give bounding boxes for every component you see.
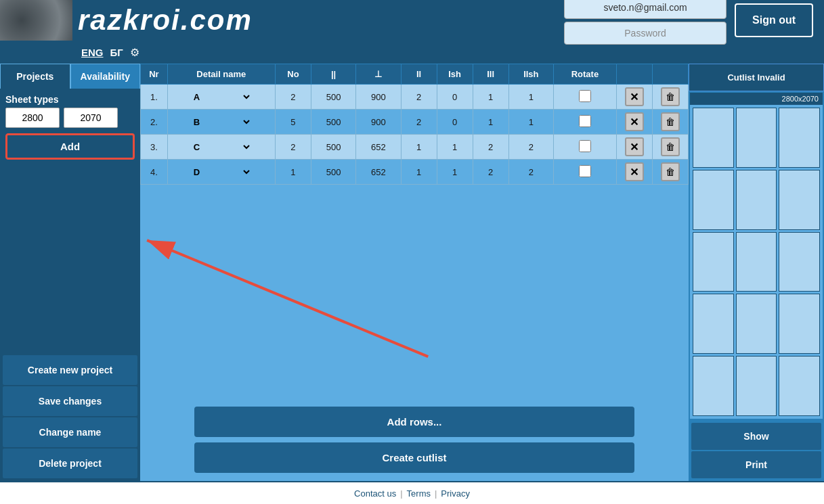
site-logo: razkroi.com <box>78 4 253 37</box>
settings-icon[interactable]: ⚙ <box>130 46 139 59</box>
svg-line-1 <box>147 240 428 357</box>
remove-icon-4[interactable]: ✕ <box>616 160 652 185</box>
table-row: 2 <box>508 160 553 185</box>
rotate-checkbox-1[interactable] <box>554 85 617 110</box>
col-parallel: || <box>311 64 355 85</box>
sheet-cell <box>693 108 734 168</box>
table-row[interactable]: D <box>167 160 275 185</box>
show-button[interactable]: Show <box>691 423 821 450</box>
table-row: 1 <box>508 110 553 135</box>
rotate-checkbox-2[interactable] <box>554 110 617 135</box>
sheet-cell <box>693 356 734 416</box>
table-row: 500 <box>311 110 355 135</box>
table-row: 1 <box>473 110 508 135</box>
col-detail-name: Detail name <box>167 64 275 85</box>
table-row: 1 <box>473 85 508 110</box>
table-row: 2 <box>401 85 437 110</box>
col-ish: Ish <box>437 64 473 85</box>
delete-icon-1[interactable]: 🗑 <box>652 85 688 110</box>
create-cutlist-button[interactable]: Create cutlist <box>194 442 634 473</box>
table-row[interactable]: C <box>167 135 275 160</box>
detail-name-select-4[interactable]: D <box>191 166 252 178</box>
table-row: 3. <box>141 135 168 160</box>
col-rotate: Rotate <box>554 64 617 85</box>
logo-background <box>0 0 72 41</box>
table-row: 2 <box>401 110 437 135</box>
remove-icon-3[interactable]: ✕ <box>616 135 652 160</box>
table-row: 900 <box>356 110 401 135</box>
rotate-checkbox-3[interactable] <box>554 135 617 160</box>
footer-sep-2: | <box>435 488 437 499</box>
table-row: 0 <box>437 85 473 110</box>
table-row: 5 <box>275 110 311 135</box>
privacy-link[interactable]: Privacy <box>441 488 470 499</box>
table-row: 2 <box>473 160 508 185</box>
table-row: 500 <box>311 160 355 185</box>
table-row: 2 <box>275 85 311 110</box>
sheet-cell <box>736 170 777 230</box>
detail-name-select-3[interactable]: C <box>191 141 252 153</box>
sheet-cell <box>779 294 820 354</box>
save-changes-button[interactable]: Save changes <box>3 386 137 416</box>
delete-icon-4[interactable]: 🗑 <box>652 160 688 185</box>
sheet-cell <box>693 170 734 230</box>
sheet-cell <box>779 232 820 292</box>
table-row: 2 <box>508 135 553 160</box>
sheet-cell <box>779 108 820 168</box>
delete-icon-2[interactable]: 🗑 <box>652 110 688 135</box>
signout-button[interactable]: Sign out <box>735 3 813 37</box>
tab-availability[interactable]: Availability <box>70 64 141 89</box>
table-row: 0 <box>437 110 473 135</box>
table-row: 2 <box>473 135 508 160</box>
table-row: 1 <box>401 160 437 185</box>
table-row: 2. <box>141 110 168 135</box>
remove-icon-2[interactable]: ✕ <box>616 110 652 135</box>
add-rows-button[interactable]: Add rows... <box>194 407 634 437</box>
footer: Contact us | Terms | Privacy <box>0 482 824 504</box>
rotate-checkbox-4[interactable] <box>554 160 617 185</box>
col-no: No <box>275 64 311 85</box>
col-action2 <box>652 64 688 85</box>
delete-icon-3[interactable]: 🗑 <box>652 135 688 160</box>
create-new-project-button[interactable]: Create new project <box>3 355 137 385</box>
table-row: 2 <box>275 135 311 160</box>
table-row: 500 <box>311 135 355 160</box>
table-row: 1 <box>437 135 473 160</box>
tab-projects[interactable]: Projects <box>0 64 70 89</box>
table-row: 4. <box>141 160 168 185</box>
table-row: 1 <box>275 160 311 185</box>
table-row: 652 <box>356 135 401 160</box>
table-row: 1 <box>401 135 437 160</box>
table-row: 500 <box>311 85 355 110</box>
col-nr: Nr <box>141 64 168 85</box>
col-action1 <box>616 64 652 85</box>
terms-link[interactable]: Terms <box>407 488 431 499</box>
sheet-types-label: Sheet types <box>5 94 135 105</box>
remove-icon-1[interactable]: ✕ <box>616 85 652 110</box>
table-row: 1 <box>437 160 473 185</box>
sheet-height-input[interactable] <box>64 108 118 128</box>
sheet-size-label: 2800x2070 <box>690 93 823 105</box>
table-row[interactable]: B <box>167 110 275 135</box>
lang-bg[interactable]: БГ <box>110 47 123 58</box>
email-display[interactable]: sveto.n@gmail.com <box>564 0 727 19</box>
lang-eng[interactable]: ENG <box>81 47 104 58</box>
table-row: 1 <box>508 85 553 110</box>
col-iish: IIsh <box>508 64 553 85</box>
add-sheet-button[interactable]: Add <box>5 133 135 160</box>
sheet-cell <box>693 294 734 354</box>
password-button[interactable]: Password <box>564 22 727 45</box>
change-name-button[interactable]: Change name <box>3 417 137 447</box>
detail-name-select-2[interactable]: B <box>191 116 252 128</box>
table-row: 652 <box>356 160 401 185</box>
table-row[interactable]: A <box>167 85 275 110</box>
print-button[interactable]: Print <box>691 451 821 478</box>
contact-us-link[interactable]: Contact us <box>354 488 396 499</box>
delete-project-button[interactable]: Delete project <box>3 449 137 478</box>
sheet-width-input[interactable] <box>5 108 60 128</box>
red-arrow <box>140 185 689 398</box>
col-perp: ⊥ <box>356 64 401 85</box>
cutlist-invalid-header[interactable]: Cutlist Invalid <box>689 64 824 91</box>
sheet-cell <box>736 294 777 354</box>
detail-name-select-1[interactable]: A <box>191 91 252 103</box>
